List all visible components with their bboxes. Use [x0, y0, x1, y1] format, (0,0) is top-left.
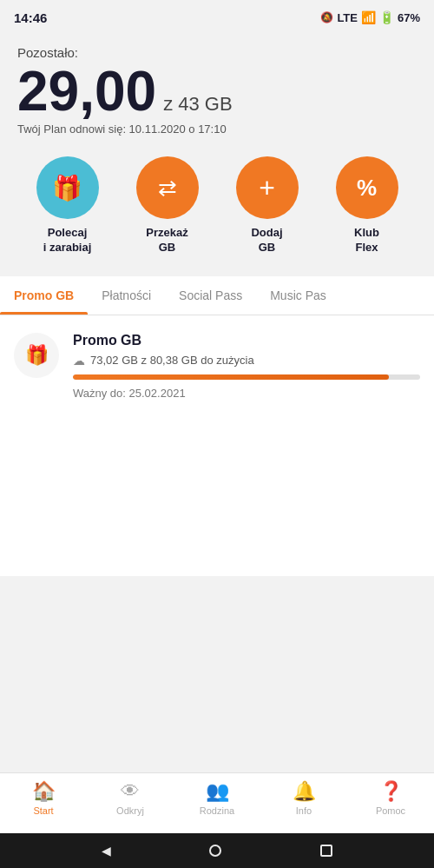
promo-valid-date: Ważny do: 25.02.2021	[73, 387, 420, 400]
gift-promo-icon: 🎁	[25, 344, 49, 367]
tab-platnosci[interactable]: Płatności	[88, 276, 165, 315]
back-button[interactable]: ◀	[102, 844, 111, 858]
battery-icon: 🔋	[379, 10, 394, 24]
nav-rodzina[interactable]: 👥 Rodzina	[182, 780, 252, 825]
plus-icon: +	[259, 172, 275, 204]
nav-info-label: Info	[296, 805, 312, 816]
przekaz-icon-circle: ⇄	[136, 156, 199, 219]
przekaz-label: PrzekażGB	[146, 226, 187, 255]
dodaj-icon-circle: +	[236, 156, 299, 219]
status-icons: 🔕 LTE 📶 🔋 67%	[320, 10, 420, 24]
nav-pomoc-label: Pomoc	[376, 805, 405, 816]
tab-content-promo-gb: 🎁 Promo GB ☁ 73,02 GB z 80,38 GB do zuży…	[0, 315, 434, 576]
family-icon: 👥	[206, 780, 229, 803]
pozostalo-label: Pozostało:	[17, 45, 417, 60]
home-icon: 🏠	[32, 780, 56, 803]
klub-label: KlubFlex	[354, 226, 379, 255]
promo-gb-icon: 🎁	[14, 333, 59, 378]
gift-icon: 🎁	[52, 174, 82, 202]
nav-odkryj-label: Odkryj	[116, 805, 144, 816]
nav-odkryj[interactable]: 👁 Odkryj	[95, 780, 165, 825]
przekaz-button[interactable]: ⇄ PrzekażGB	[124, 156, 211, 255]
promo-gb-details: Promo GB ☁ 73,02 GB z 80,38 GB do zużyci…	[73, 333, 420, 400]
klub-button[interactable]: % KlubFlex	[324, 156, 411, 255]
mute-icon: 🔕	[320, 11, 333, 23]
bottom-nav: 🏠 Start 👁 Odkryj 👥 Rodzina 🔔 Info ❓ Pomo…	[0, 772, 434, 833]
upload-icon: ☁	[73, 354, 85, 368]
promo-gb-item: 🎁 Promo GB ☁ 73,02 GB z 80,38 GB do zuży…	[14, 333, 420, 400]
promo-usage-text: 73,02 GB z 80,38 GB do zużycia	[90, 354, 254, 367]
recents-button[interactable]	[320, 845, 332, 857]
dodaj-label: DodajGB	[251, 226, 282, 255]
nav-start[interactable]: 🏠 Start	[9, 780, 78, 825]
tab-promo-gb[interactable]: Promo GB	[0, 276, 88, 315]
status-time: 14:46	[14, 10, 47, 25]
main-content: Pozostało: 29,00 z 43 GB Twój Plan odnow…	[0, 31, 434, 255]
gesture-bar: ◀	[0, 833, 434, 868]
data-big-number: 29,00	[17, 63, 156, 119]
tab-social-pass[interactable]: Social Pass	[165, 276, 256, 315]
help-icon: ❓	[379, 780, 403, 803]
klub-icon-circle: %	[336, 156, 398, 219]
action-buttons-row: 🎁 Polecaji zarabiaj ⇄ PrzekażGB + DodajG…	[17, 156, 417, 255]
progress-bar-fill	[73, 374, 389, 380]
polecaj-label: Polecaji zarabiaj	[43, 226, 92, 255]
data-suffix: z 43 GB	[163, 93, 232, 116]
nav-start-label: Start	[33, 805, 53, 816]
dodaj-button[interactable]: + DodajGB	[224, 156, 311, 255]
signal-icon: 📶	[361, 10, 376, 24]
nav-info[interactable]: 🔔 Info	[269, 780, 339, 825]
home-button[interactable]	[209, 845, 221, 857]
transfer-icon: ⇄	[158, 175, 177, 202]
tabs-bar: Promo GB Płatności Social Pass Music Pas	[0, 276, 434, 315]
progress-bar-bg	[73, 374, 420, 380]
plan-renew-text: Twój Plan odnowi się: 10.11.2020 o 17:10	[17, 123, 417, 136]
percent-icon: %	[357, 175, 377, 202]
promo-gb-title: Promo GB	[73, 333, 420, 348]
eye-icon: 👁	[121, 780, 140, 803]
bell-icon: 🔔	[293, 780, 316, 803]
data-amount-row: 29,00 z 43 GB	[17, 63, 417, 119]
nav-pomoc[interactable]: ❓ Pomoc	[356, 780, 425, 825]
tab-music-pas[interactable]: Music Pas	[256, 276, 340, 315]
polecaj-button[interactable]: 🎁 Polecaji zarabiaj	[24, 156, 111, 255]
battery-percent: 67%	[398, 11, 420, 24]
nav-rodzina-label: Rodzina	[200, 805, 234, 816]
lte-label: LTE	[337, 11, 358, 24]
polecaj-icon-circle: 🎁	[36, 156, 99, 219]
status-bar: 14:46 🔕 LTE 📶 🔋 67%	[0, 0, 434, 31]
promo-usage-row: ☁ 73,02 GB z 80,38 GB do zużycia	[73, 354, 420, 368]
